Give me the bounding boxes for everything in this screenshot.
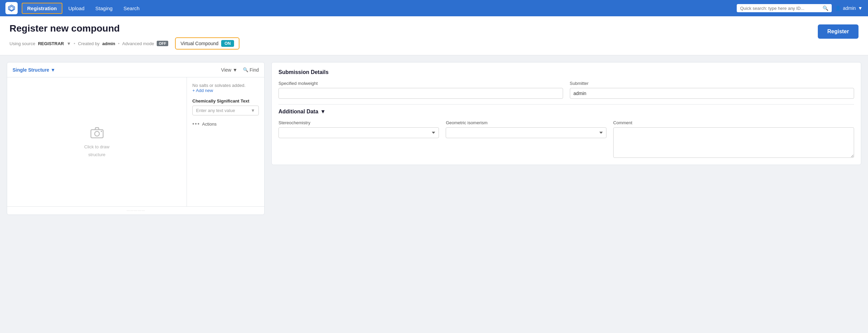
nav-search[interactable]: Search bbox=[119, 3, 144, 13]
single-structure-label: Single Structure bbox=[13, 67, 49, 73]
draw-label2: structure bbox=[88, 152, 105, 157]
molweight-group: Specified molweight bbox=[278, 81, 563, 99]
submission-details-title: Submission Details bbox=[278, 69, 854, 75]
advanced-mode-badge[interactable]: OFF bbox=[157, 41, 168, 46]
quick-search-input[interactable] bbox=[740, 6, 821, 11]
no-salts-section: No salts or solvates added. Add new bbox=[192, 83, 259, 93]
comment-label: Comment bbox=[613, 120, 854, 125]
additional-data-title: Additional Data bbox=[278, 109, 318, 115]
actions-row[interactable]: ••• Actions bbox=[192, 121, 259, 127]
user-menu[interactable]: 👤 admin ▼ bbox=[835, 5, 863, 11]
dot-2: • bbox=[118, 41, 120, 46]
chem-sig-select[interactable]: Enter any text value ▼ bbox=[192, 106, 259, 115]
submission-details-card: Submission Details Specified molweight S… bbox=[271, 62, 861, 165]
side-controls: No salts or solvates added. Add new Chem… bbox=[187, 77, 264, 206]
panel-body: Click to draw structure No salts or solv… bbox=[7, 77, 264, 206]
right-panel: Submission Details Specified molweight S… bbox=[271, 62, 861, 165]
chevron-down-icon: ▼ bbox=[233, 67, 237, 73]
nav-staging[interactable]: Staging bbox=[91, 3, 117, 13]
view-label: View bbox=[221, 67, 231, 73]
additional-data-row: Stereochemistry Geometric isomerism Comm… bbox=[278, 120, 854, 158]
geometric-label: Geometric isomerism bbox=[446, 120, 606, 125]
additional-data-toggle[interactable]: Additional Data ▼ bbox=[278, 109, 854, 115]
panel-toolbar: Single Structure ▼ View ▼ 🔍 Find bbox=[7, 62, 264, 77]
submitter-group: Submitter bbox=[570, 81, 854, 99]
toolbar-right: View ▼ 🔍 Find bbox=[221, 67, 259, 73]
comment-textarea[interactable] bbox=[613, 127, 854, 158]
created-by-value: admin bbox=[102, 41, 115, 46]
find-button[interactable]: 🔍 Find bbox=[243, 67, 259, 73]
stereochemistry-label: Stereochemistry bbox=[278, 120, 439, 125]
nav-upload[interactable]: Upload bbox=[64, 3, 90, 13]
virtual-compound-box[interactable]: Virtual Compound ON bbox=[175, 37, 239, 50]
search-icon: 🔍 bbox=[823, 5, 828, 11]
draw-area[interactable]: Click to draw structure bbox=[7, 77, 187, 206]
left-panel: Single Structure ▼ View ▼ 🔍 Find bbox=[7, 62, 265, 215]
content-area: Single Structure ▼ View ▼ 🔍 Find bbox=[0, 55, 868, 222]
geometric-group: Geometric isomerism bbox=[446, 120, 606, 158]
source-prefix: Using source bbox=[9, 41, 35, 46]
svg-marker-1 bbox=[10, 6, 14, 11]
stereochemistry-select[interactable] bbox=[278, 127, 439, 138]
find-label: Find bbox=[250, 67, 259, 73]
user-label: admin bbox=[843, 5, 856, 11]
app-logo[interactable] bbox=[5, 2, 18, 14]
view-button[interactable]: View ▼ bbox=[221, 67, 237, 73]
single-structure-button[interactable]: Single Structure ▼ bbox=[13, 67, 55, 73]
geometric-select[interactable] bbox=[446, 127, 606, 138]
actions-label: Actions bbox=[202, 122, 217, 127]
navbar: Registration Upload Staging Search 🔍 👤 a… bbox=[0, 0, 868, 16]
svg-point-3 bbox=[95, 131, 99, 136]
page-header: Register new compound Using source REGIS… bbox=[0, 16, 868, 55]
add-new-link[interactable]: Add new bbox=[192, 88, 259, 93]
source-dropdown-icon[interactable]: ▼ bbox=[66, 41, 71, 46]
draw-label: Click to draw bbox=[84, 144, 109, 149]
advanced-mode-prefix: Advanced mode bbox=[122, 41, 154, 46]
virtual-compound-toggle[interactable]: ON bbox=[221, 40, 234, 47]
dropdown-icon: ▼ bbox=[251, 108, 255, 113]
quick-search-box[interactable]: 🔍 bbox=[737, 4, 832, 12]
resize-handle[interactable]: ⋯⋯⋯⋯⋯ bbox=[127, 209, 145, 212]
page-title: Register new compound bbox=[9, 23, 859, 34]
submitter-input[interactable] bbox=[570, 88, 854, 99]
find-icon: 🔍 bbox=[243, 67, 248, 72]
stereochemistry-group: Stereochemistry bbox=[278, 120, 439, 158]
virtual-compound-label: Virtual Compound bbox=[180, 41, 218, 46]
chevron-down-icon: ▼ bbox=[320, 109, 326, 115]
camera-icon bbox=[90, 127, 104, 142]
register-button[interactable]: Register bbox=[818, 24, 859, 39]
user-icon: 👤 bbox=[835, 5, 841, 11]
submitter-label: Submitter bbox=[570, 81, 854, 86]
created-by-prefix: Created by bbox=[78, 41, 100, 46]
molweight-label: Specified molweight bbox=[278, 81, 563, 86]
chevron-down-icon: ▼ bbox=[858, 5, 863, 11]
molweight-input[interactable] bbox=[278, 88, 563, 99]
divider bbox=[278, 104, 854, 105]
chem-sig-label: Chemically Significant Text bbox=[192, 98, 259, 104]
dot-1: • bbox=[74, 41, 75, 46]
svg-point-4 bbox=[101, 131, 102, 132]
chem-sig-section: Chemically Significant Text Enter any te… bbox=[192, 98, 259, 115]
chevron-down-icon: ▼ bbox=[51, 67, 55, 73]
page-meta: Using source REGISTRAR ▼ • Created by ad… bbox=[9, 37, 859, 50]
chem-sig-placeholder: Enter any text value bbox=[196, 108, 235, 113]
actions-dots-icon: ••• bbox=[192, 121, 200, 127]
navbar-right: 🔍 👤 admin ▼ bbox=[737, 4, 863, 12]
source-value: REGISTRAR bbox=[38, 41, 64, 46]
panel-footer: ⋯⋯⋯⋯⋯ bbox=[7, 206, 264, 215]
nav-registration[interactable]: Registration bbox=[22, 3, 62, 14]
submission-form-row: Specified molweight Submitter bbox=[278, 81, 854, 99]
comment-group: Comment bbox=[613, 120, 854, 158]
no-salts-text: No salts or solvates added. bbox=[192, 83, 259, 88]
